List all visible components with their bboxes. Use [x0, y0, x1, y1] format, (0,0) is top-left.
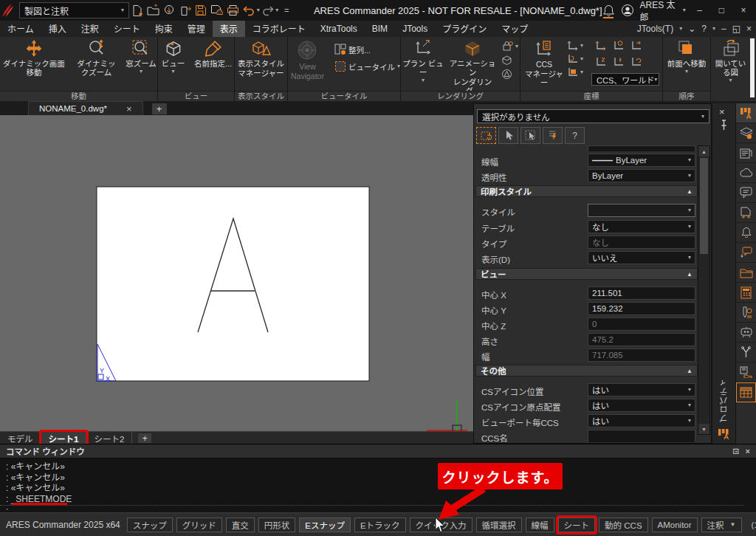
align-viewtiles-button[interactable]: 整列...	[334, 44, 400, 55]
render-lock-caret[interactable]: ▾	[515, 44, 518, 49]
tab-constraints[interactable]: 拘束	[148, 21, 180, 37]
scrollbar-thumb[interactable]	[700, 158, 708, 254]
tab-map[interactable]: マップ	[494, 21, 535, 37]
visual-style-manager-button[interactable]: 表示スタイル マネージャー	[237, 39, 286, 78]
tab-sheet2[interactable]: シート2	[86, 432, 132, 444]
tab-view[interactable]: 表示	[213, 21, 245, 37]
ccs-previous-button[interactable]: ▾	[566, 54, 583, 64]
user-menu-caret[interactable]: ▾	[683, 7, 686, 13]
dock-properties-button[interactable]	[736, 103, 756, 123]
plan-view-caret[interactable]: ▾	[422, 78, 425, 83]
dock-blocks-button[interactable]	[736, 363, 756, 382]
bring-front-caret[interactable]: ▾	[685, 69, 688, 75]
save-as-button[interactable]	[209, 1, 225, 19]
annotation-scale-caret[interactable]: ▼	[730, 521, 736, 528]
select-add-button[interactable]	[498, 127, 518, 144]
new-document-tab-button[interactable]: +	[152, 103, 167, 114]
doc-minimize-button[interactable]: –	[721, 24, 726, 34]
select-window-button[interactable]	[520, 127, 540, 144]
viewtile-caret[interactable]: ▾	[397, 63, 400, 69]
command-window-float-icon[interactable]: ⊡	[732, 447, 739, 456]
ccs-manager-button[interactable]: CCS マネージャー	[525, 40, 563, 87]
ccs-rotate-button[interactable]	[630, 57, 642, 67]
ccs-origin-button[interactable]	[594, 41, 606, 51]
render-lock-button[interactable]: ▾	[501, 41, 518, 52]
dock-compare-button[interactable]	[736, 203, 756, 223]
ccs-button[interactable]: ▾	[566, 41, 583, 51]
bring-to-front-button[interactable]: 前面へ移動 ▾	[664, 39, 709, 75]
toggle-etrack[interactable]: Eトラック	[354, 518, 406, 532]
maximize-button[interactable]: □	[714, 3, 730, 18]
ccs-per-viewport-dropdown[interactable]: はい▾	[588, 414, 695, 427]
import-button[interactable]	[161, 1, 177, 19]
tab-sheet[interactable]: シート	[106, 21, 148, 37]
tab-model[interactable]: モデル	[0, 432, 41, 444]
save-button[interactable]	[193, 1, 209, 19]
collapse-icon[interactable]: ▲	[687, 188, 693, 195]
properties-scrollbar[interactable]: ▲ ▼	[698, 145, 710, 435]
ccs-x-rotate-button[interactable]	[630, 41, 642, 51]
dock-cloud-button[interactable]	[736, 163, 756, 183]
ccs-entity-button[interactable]: ▾	[566, 67, 583, 78]
user-name[interactable]: ARES 太郎	[640, 0, 677, 23]
add-sheet-button[interactable]: +	[138, 433, 151, 443]
command-window-close-icon[interactable]: ×	[746, 447, 750, 456]
collapse-icon[interactable]: ▲	[687, 368, 693, 374]
redo-button[interactable]	[260, 1, 276, 19]
cs-icon-origin-dropdown[interactable]: はい▾	[588, 399, 695, 412]
ccs-world-button[interactable]	[612, 41, 624, 51]
properties-tab-label[interactable]: プロパティ	[718, 378, 730, 422]
cs-icon-position-dropdown[interactable]: はい▾	[588, 383, 695, 396]
ccs-z-axis-button[interactable]	[594, 57, 606, 67]
tab-annotate[interactable]: 注釈	[74, 21, 106, 37]
help-properties-button[interactable]: ?	[565, 127, 585, 144]
dock-notifications-button[interactable]	[736, 223, 756, 243]
view-caret[interactable]: ▾	[171, 69, 174, 75]
toggle-amonitor[interactable]: AMonitor	[652, 518, 698, 532]
dock-annotation-monitor-button[interactable]	[736, 303, 756, 323]
ccs-selector-caret[interactable]: ▾	[654, 77, 657, 83]
collapse-icon[interactable]: ▲	[687, 271, 693, 278]
transparency-dropdown[interactable]: ByLayer▾	[588, 169, 695, 182]
dock-calculator-button[interactable]	[736, 283, 756, 303]
help-button[interactable]: ?	[701, 24, 707, 34]
print-table-dropdown[interactable]: なし▾	[588, 220, 695, 233]
tab-manage[interactable]: 管理	[180, 21, 213, 37]
jtools-menu[interactable]: JTools(T)	[637, 24, 673, 34]
dock-feedback-button[interactable]	[736, 243, 756, 263]
quick-select-button[interactable]	[543, 127, 563, 144]
window-zoom-caret[interactable]: ▾	[140, 69, 142, 75]
tab-insert[interactable]: 挿入	[41, 21, 74, 37]
tab-xtratools[interactable]: XtraTools	[313, 22, 365, 36]
toggle-ortho[interactable]: 直交	[226, 518, 255, 532]
viewtile-button[interactable]: ビュータイル ▾	[334, 61, 400, 72]
transparency-caret[interactable]: ▾	[688, 173, 691, 179]
dock-table-button[interactable]	[736, 382, 756, 402]
selection-filter-caret[interactable]: ▾	[701, 114, 704, 120]
dynamic-zoom-button[interactable]: ダイナミックズーム	[74, 39, 119, 77]
ccs-name-field[interactable]	[588, 430, 695, 442]
minimize-button[interactable]: –	[692, 3, 708, 18]
render-light-button[interactable]	[501, 69, 518, 80]
document-tab-close-icon[interactable]: ×	[126, 103, 132, 114]
toggle-sheet[interactable]: シート	[558, 518, 596, 532]
print-button[interactable]	[225, 1, 241, 19]
annotation-scale-dropdown[interactable]: 注釈 ▼	[701, 518, 742, 532]
ccs-caret[interactable]: ▾	[580, 43, 583, 49]
open-drawings-button[interactable]: 開いている図 ▾	[712, 39, 750, 83]
jtools-caret[interactable]: ▾	[679, 26, 682, 32]
section-view[interactable]: ビュー ▲	[475, 268, 698, 280]
tab-jtools[interactable]: JTools	[395, 22, 435, 36]
close-button[interactable]: ×	[735, 3, 752, 18]
lineweight-dropdown[interactable]: ByLayer▾	[588, 154, 695, 167]
cs-icon-position-caret[interactable]: ▾	[688, 387, 691, 393]
tab-collaborate[interactable]: コラボレート	[245, 21, 313, 37]
notifications-bell-icon[interactable]	[602, 4, 615, 17]
print-style-caret[interactable]: ▾	[688, 207, 691, 213]
cs-icon-origin-caret[interactable]: ▾	[688, 402, 691, 408]
scroll-down-button[interactable]: ▼	[698, 424, 709, 434]
section-misc[interactable]: その他 ▲	[475, 365, 698, 377]
dock-sheet-list-button[interactable]	[736, 143, 756, 163]
toggle-grid[interactable]: グリッド	[176, 518, 222, 532]
lineweight-caret[interactable]: ▾	[688, 157, 691, 163]
